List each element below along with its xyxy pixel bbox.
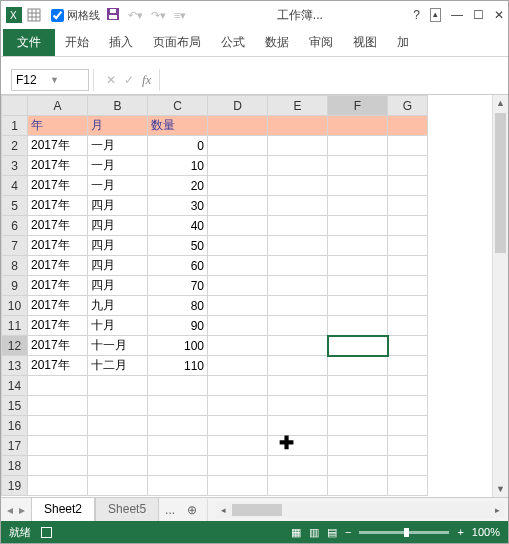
tab-file[interactable]: 文件	[3, 29, 55, 56]
cell[interactable]	[148, 396, 208, 416]
zoom-out-icon[interactable]: −	[345, 526, 351, 538]
row-header-14[interactable]: 14	[2, 376, 28, 396]
cell[interactable]	[28, 376, 88, 396]
view-normal-icon[interactable]: ▦	[291, 526, 301, 539]
undo-icon[interactable]: ↶▾	[128, 9, 143, 22]
cell[interactable]	[148, 376, 208, 396]
cell[interactable]: 80	[148, 296, 208, 316]
table-icon[interactable]	[25, 6, 43, 24]
cell[interactable]	[388, 476, 428, 496]
cell[interactable]	[208, 176, 268, 196]
cell[interactable]	[328, 456, 388, 476]
cell[interactable]	[388, 356, 428, 376]
cell[interactable]	[328, 216, 388, 236]
cell[interactable]: 十二月	[88, 356, 148, 376]
row-header-3[interactable]: 3	[2, 156, 28, 176]
cell[interactable]	[328, 376, 388, 396]
cell[interactable]	[388, 176, 428, 196]
save-icon[interactable]	[106, 7, 120, 23]
cell[interactable]: 70	[148, 276, 208, 296]
fx-icon[interactable]: fx	[142, 72, 151, 88]
cell[interactable]	[268, 396, 328, 416]
zoom-slider[interactable]	[359, 531, 449, 534]
cell[interactable]	[208, 376, 268, 396]
cell[interactable]	[328, 296, 388, 316]
cell[interactable]: 0	[148, 136, 208, 156]
cell[interactable]	[388, 456, 428, 476]
cell[interactable]: 十一月	[88, 336, 148, 356]
gridlines-check[interactable]	[51, 9, 64, 22]
cell[interactable]: 一月	[88, 136, 148, 156]
tab-review[interactable]: 审阅	[299, 29, 343, 56]
cell[interactable]	[28, 416, 88, 436]
cell[interactable]	[208, 116, 268, 136]
cell[interactable]: 2017年	[28, 156, 88, 176]
cell[interactable]	[388, 156, 428, 176]
sheet-nav[interactable]: ◂▸	[1, 503, 31, 517]
cell[interactable]	[208, 196, 268, 216]
cell[interactable]	[88, 416, 148, 436]
cell[interactable]: 100	[148, 336, 208, 356]
row-header-1[interactable]: 1	[2, 116, 28, 136]
cell[interactable]	[268, 116, 328, 136]
cell[interactable]	[328, 416, 388, 436]
cell[interactable]	[208, 296, 268, 316]
col-header-C[interactable]: C	[148, 96, 208, 116]
cell[interactable]: 2017年	[28, 136, 88, 156]
cell[interactable]	[268, 316, 328, 336]
cell[interactable]	[328, 256, 388, 276]
cell[interactable]	[268, 236, 328, 256]
cell[interactable]: 110	[148, 356, 208, 376]
scroll-track-h[interactable]	[230, 504, 490, 516]
cell[interactable]	[268, 296, 328, 316]
cell[interactable]	[208, 276, 268, 296]
cell[interactable]	[388, 276, 428, 296]
cell[interactable]	[328, 336, 388, 356]
cell[interactable]	[208, 316, 268, 336]
close-icon[interactable]: ✕	[494, 8, 504, 22]
row-header-10[interactable]: 10	[2, 296, 28, 316]
cell[interactable]: 2017年	[28, 296, 88, 316]
cell[interactable]	[388, 336, 428, 356]
cell[interactable]	[328, 356, 388, 376]
scroll-up-icon[interactable]: ▲	[493, 95, 508, 111]
cell[interactable]	[268, 456, 328, 476]
scroll-thumb-h[interactable]	[232, 504, 282, 516]
tab-home[interactable]: 开始	[55, 29, 99, 56]
cell[interactable]	[268, 156, 328, 176]
cell[interactable]	[388, 256, 428, 276]
row-header-4[interactable]: 4	[2, 176, 28, 196]
cell[interactable]	[208, 436, 268, 456]
gridlines-checkbox[interactable]: 网格线	[51, 8, 100, 23]
row-header-5[interactable]: 5	[2, 196, 28, 216]
minimize-icon[interactable]: —	[451, 8, 463, 22]
scroll-thumb[interactable]	[495, 113, 506, 253]
cell[interactable]	[268, 336, 328, 356]
cell[interactable]	[388, 196, 428, 216]
cell[interactable]: 2017年	[28, 276, 88, 296]
cell[interactable]	[148, 476, 208, 496]
enter-icon[interactable]: ✓	[124, 73, 134, 87]
tab-data[interactable]: 数据	[255, 29, 299, 56]
cell[interactable]	[208, 476, 268, 496]
cell[interactable]: 四月	[88, 276, 148, 296]
cell[interactable]	[388, 136, 428, 156]
grid[interactable]: ABCDEFG1年月数量22017年一月032017年一月1042017年一月2…	[1, 95, 492, 497]
cell[interactable]: 30	[148, 196, 208, 216]
cell[interactable]	[88, 376, 148, 396]
row-header-7[interactable]: 7	[2, 236, 28, 256]
cell[interactable]	[328, 276, 388, 296]
row-header-13[interactable]: 13	[2, 356, 28, 376]
cell[interactable]	[28, 396, 88, 416]
cell[interactable]: 十月	[88, 316, 148, 336]
scroll-right-icon[interactable]: ▸	[490, 505, 504, 515]
prev-sheet-icon[interactable]: ◂	[7, 503, 13, 517]
row-header-18[interactable]: 18	[2, 456, 28, 476]
cell[interactable]	[268, 436, 328, 456]
cell[interactable]: 90	[148, 316, 208, 336]
row-header-19[interactable]: 19	[2, 476, 28, 496]
cell[interactable]	[88, 396, 148, 416]
cell[interactable]	[148, 456, 208, 476]
cell[interactable]: 年	[28, 116, 88, 136]
name-box[interactable]: F12 ▼	[11, 69, 89, 91]
